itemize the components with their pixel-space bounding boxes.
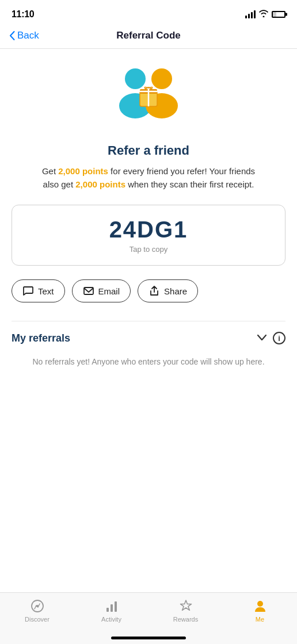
status-icons <box>245 10 285 19</box>
rewards-icon <box>178 599 193 614</box>
points-highlight-2: 2,000 points <box>75 179 125 189</box>
email-share-button[interactable]: Email <box>72 279 131 302</box>
info-icon[interactable]: i <box>273 332 285 344</box>
svg-rect-11 <box>106 608 109 612</box>
referral-illustration <box>111 63 186 132</box>
main-content: Refer a friend Get 2,000 points for ever… <box>0 49 297 373</box>
svg-rect-12 <box>111 604 113 612</box>
status-bar: 11:10 <box>0 0 297 25</box>
tap-to-copy-label: Tap to copy <box>130 245 168 254</box>
rewards-tab-label: Rewards <box>173 616 198 623</box>
me-icon <box>253 599 268 614</box>
referrals-controls: i <box>257 332 285 344</box>
back-label: Back <box>17 30 39 41</box>
wifi-icon <box>259 10 268 19</box>
referral-code-box[interactable]: 24DG1 Tap to copy <box>12 205 285 266</box>
svg-point-2 <box>151 68 172 89</box>
me-tab-label: Me <box>256 616 264 623</box>
points-highlight-1: 2,000 points <box>58 166 108 176</box>
activity-icon <box>104 599 119 614</box>
chevron-down-icon[interactable] <box>257 333 267 343</box>
share-share-button[interactable]: Share <box>138 279 198 302</box>
discover-tab-label: Discover <box>25 616 50 623</box>
share-buttons-group: Text Email Share <box>12 279 285 302</box>
home-indicator <box>111 637 186 639</box>
tab-rewards[interactable]: Rewards <box>148 599 223 623</box>
email-icon <box>83 285 94 297</box>
discover-icon <box>30 599 45 614</box>
referrals-title: My referrals <box>12 332 70 344</box>
battery-icon <box>272 11 285 18</box>
svg-point-15 <box>257 601 263 607</box>
refer-title: Refer a friend <box>108 143 189 158</box>
share-button-label: Share <box>164 286 187 296</box>
text-button-label: Text <box>38 286 54 296</box>
tab-discover[interactable]: Discover <box>0 599 74 623</box>
share-icon <box>148 285 160 297</box>
svg-rect-13 <box>115 601 117 612</box>
svg-marker-14 <box>180 600 191 610</box>
referral-code: 24DG1 <box>109 217 188 243</box>
status-time: 11:10 <box>12 9 34 20</box>
tab-activity[interactable]: Activity <box>74 599 148 623</box>
referrals-empty-message: No referrals yet! Anyone who enters your… <box>12 351 285 373</box>
text-share-button[interactable]: Text <box>12 279 65 302</box>
email-button-label: Email <box>98 286 120 296</box>
referrals-header: My referrals i <box>12 332 285 344</box>
tab-me[interactable]: Me <box>223 599 297 623</box>
page-title: Referral Code <box>116 30 180 41</box>
back-button[interactable]: Back <box>9 30 39 41</box>
text-icon <box>22 285 34 297</box>
activity-tab-label: Activity <box>101 616 121 623</box>
svg-point-0 <box>125 68 146 89</box>
nav-header: Back Referral Code <box>0 25 297 49</box>
refer-description: Get 2,000 points for every friend you re… <box>39 165 258 191</box>
referrals-section: My referrals i No referrals yet! Anyone … <box>12 321 285 373</box>
signal-icon <box>245 10 256 18</box>
svg-point-10 <box>36 605 39 607</box>
svg-rect-8 <box>84 288 93 294</box>
